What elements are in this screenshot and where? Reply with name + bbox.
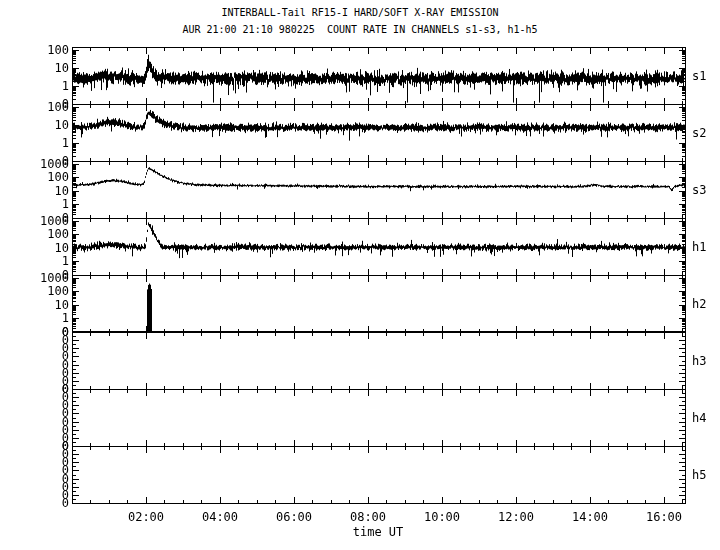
- x-axis-title: time UT: [353, 526, 404, 538]
- y-tick-label-s2: 10: [55, 119, 69, 131]
- x-tick-label: 06:00: [276, 511, 312, 523]
- y-tick-label-h2: 1000: [40, 272, 69, 284]
- panel-label-h3: h3: [692, 355, 706, 367]
- panel-label-s1: s1: [692, 70, 706, 82]
- figure-root: INTERBALL-Tail RF15-I HARD/SOFT X-RAY EM…: [0, 0, 720, 550]
- y-tick-label-s1: 1: [62, 80, 69, 92]
- x-tick-label: 16:00: [646, 511, 682, 523]
- y-tick-label-s3: 100: [47, 171, 69, 183]
- plot-canvas: [0, 0, 720, 550]
- y-tick-label-s1: 10: [55, 62, 69, 74]
- x-tick-label: 04:00: [202, 511, 238, 523]
- x-tick-label: 14:00: [572, 511, 608, 523]
- panel-label-h1: h1: [692, 241, 706, 253]
- y-tick-label-h1: 1: [62, 255, 69, 267]
- panel-label-h4: h4: [692, 412, 706, 424]
- y-tick-label-h2: 100: [47, 285, 69, 297]
- y-tick-label-s3: 10: [55, 185, 69, 197]
- y-tick-label-s3: 1: [62, 198, 69, 210]
- x-tick-label: 10:00: [424, 511, 460, 523]
- y-tick-label-h2: 10: [55, 299, 69, 311]
- panel-label-s3: s3: [692, 184, 706, 196]
- y-tick-label-s2: 1: [62, 137, 69, 149]
- x-tick-label: 02:00: [128, 511, 164, 523]
- panel-label-h2: h2: [692, 298, 706, 310]
- y-tick-label-h1: 100: [47, 228, 69, 240]
- y-tick-label-h1: 1000: [40, 215, 69, 227]
- y-tick-label-s2: 100: [47, 101, 69, 113]
- y-tick-label-h1: 10: [55, 242, 69, 254]
- panel-label-h5: h5: [692, 469, 706, 481]
- y-tick-label-s3: 1000: [40, 158, 69, 170]
- x-tick-label: 08:00: [350, 511, 386, 523]
- y-tick-label-s1: 100: [47, 44, 69, 56]
- panel-label-s2: s2: [692, 127, 706, 139]
- y-tick-label-h5: 0: [62, 497, 69, 509]
- y-tick-label-h2: 1: [62, 312, 69, 324]
- x-tick-label: 12:00: [498, 511, 534, 523]
